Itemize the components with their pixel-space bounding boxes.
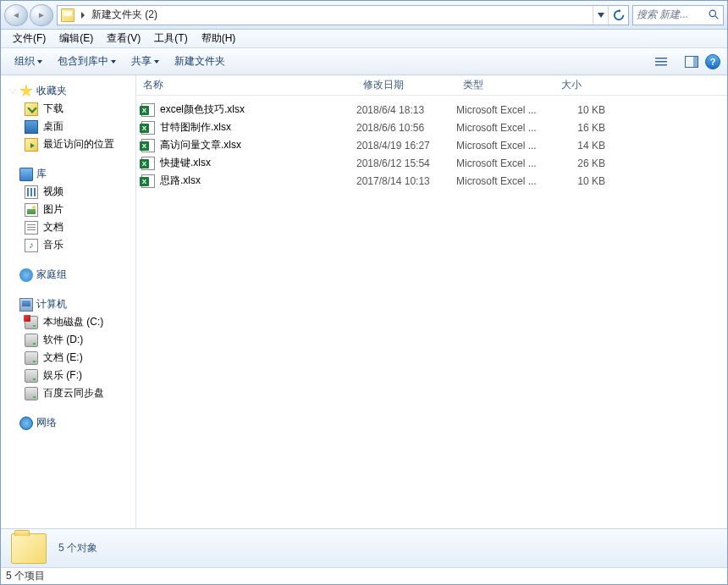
share-button[interactable]: 共享 [124,52,166,71]
file-size-cell: 10 KB [554,104,614,116]
sidebar-item-baidu-cloud[interactable]: 百度云同步盘 [1,384,135,402]
include-in-library-button[interactable]: 包含到库中 [51,52,123,71]
sidebar-item-drive-d[interactable]: 软件 (D:) [1,331,135,349]
file-size-cell: 14 KB [554,140,614,152]
file-row[interactable]: 甘特图制作.xlsx2018/6/6 10:56Microsoft Excel … [136,119,727,136]
sidebar-header-favorites[interactable]: 收藏夹 [1,82,135,100]
file-list-area: 名称 修改日期 类型 大小 excel颜色技巧.xlsx2018/6/4 18:… [136,75,727,528]
excel-file-icon [141,121,155,135]
toolbar: 组织 包含到库中 共享 新建文件夹 ? [1,48,727,75]
file-row[interactable]: 高访问量文章.xlsx2018/4/19 16:27Microsoft Exce… [136,136,727,154]
svg-point-0 [709,10,715,16]
chevron-down-icon [111,60,116,63]
folder-icon [61,8,74,22]
drive-icon [25,351,38,365]
address-bar[interactable]: 新建文件夹 (2) [57,5,629,25]
menu-bar: 文件(F) 编辑(E) 查看(V) 工具(T) 帮助(H) [1,30,727,48]
new-folder-button[interactable]: 新建文件夹 [168,52,232,71]
view-options-button[interactable] [646,52,678,71]
file-name-cell: 高访问量文章.xlsx [136,138,356,152]
help-button[interactable]: ? [705,54,720,69]
chevron-down-icon [154,60,159,63]
file-size-cell: 26 KB [554,157,614,169]
sidebar-header-libraries[interactable]: 库 [1,165,135,183]
organize-button[interactable]: 组织 [8,52,49,71]
drive-icon [25,316,38,329]
file-date-cell: 2018/6/12 15:54 [356,157,456,169]
desktop-icon [25,120,38,134]
menu-tools[interactable]: 工具(T) [147,30,194,47]
status-bar: 5 个项目 [1,567,727,584]
sidebar-item-documents[interactable]: 文档 [1,218,135,236]
menu-file[interactable]: 文件(F) [6,30,52,47]
file-row[interactable]: 快捷键.xlsx2018/6/12 15:54Microsoft Excel .… [136,154,727,172]
file-name-cell: 甘特图制作.xlsx [136,120,356,135]
file-row[interactable]: excel颜色技巧.xlsx2018/6/4 18:13Microsoft Ex… [136,101,727,119]
file-size-cell: 10 KB [554,175,614,187]
file-name: 思路.xlsx [160,174,201,188]
documents-icon [25,221,38,235]
breadcrumb-current[interactable]: 新建文件夹 (2) [88,8,593,22]
file-name-cell: 思路.xlsx [136,174,356,188]
search-placeholder: 搜索 新建... [633,8,704,22]
sidebar-header-homegroup[interactable]: 家庭组 [1,266,135,284]
sidebar-item-videos[interactable]: 视频 [1,183,135,201]
file-name: 高访问量文章.xlsx [160,138,241,152]
file-date-cell: 2018/6/6 10:56 [356,122,456,134]
computer-icon [19,298,33,312]
file-date-cell: 2018/4/19 16:27 [356,140,456,152]
sidebar-item-pictures[interactable]: 图片 [1,201,135,218]
file-type-cell: Microsoft Excel ... [456,140,554,152]
back-button[interactable]: ◄ [4,4,28,26]
svg-rect-6 [693,57,698,67]
column-header-name[interactable]: 名称 [136,75,356,95]
file-name: 甘特图制作.xlsx [160,120,231,135]
network-icon [19,417,33,430]
column-header-type[interactable]: 类型 [456,75,554,95]
chevron-down-icon [9,89,16,93]
file-name-cell: excel颜色技巧.xlsx [136,102,356,117]
forward-button[interactable]: ► [30,4,53,26]
file-type-cell: Microsoft Excel ... [456,157,554,169]
search-icon[interactable] [704,9,723,20]
excel-file-icon [141,139,155,152]
excel-file-icon [141,103,155,117]
svg-rect-3 [655,61,667,63]
column-header-size[interactable]: 大小 [554,75,614,95]
menu-view[interactable]: 查看(V) [100,30,147,47]
search-box[interactable]: 搜索 新建... [632,5,724,25]
homegroup-icon [19,268,33,282]
sidebar-item-music[interactable]: ♪音乐 [1,236,135,254]
sidebar-item-downloads[interactable]: 下载 [1,100,135,118]
sidebar-header-network[interactable]: 网络 [1,414,135,432]
music-icon: ♪ [25,239,38,252]
status-item-count: 5 个项目 [6,569,45,583]
sidebar-item-drive-c[interactable]: 本地磁盘 (C:) [1,313,135,331]
preview-pane-button[interactable] [683,53,700,70]
column-headers: 名称 修改日期 类型 大小 [136,75,727,96]
downloads-icon [25,102,38,116]
file-rows: excel颜色技巧.xlsx2018/6/4 18:13Microsoft Ex… [136,96,727,528]
menu-edit[interactable]: 编辑(E) [52,30,100,47]
sidebar-item-recent[interactable]: 最近访问的位置 [1,135,135,153]
star-icon [19,85,33,98]
file-date-cell: 2018/6/4 18:13 [356,104,456,116]
sidebar-item-drive-e[interactable]: 文档 (E:) [1,349,135,367]
file-name: 快捷键.xlsx [160,156,211,170]
sidebar-item-desktop[interactable]: 桌面 [1,118,135,135]
sidebar-item-drive-f[interactable]: 娱乐 (F:) [1,367,135,384]
refresh-button[interactable] [608,6,628,25]
file-size-cell: 16 KB [554,122,614,134]
column-header-modified[interactable]: 修改日期 [356,75,456,95]
file-row[interactable]: 思路.xlsx2017/8/14 10:13Microsoft Excel ..… [136,172,727,190]
menu-help[interactable]: 帮助(H) [195,30,243,47]
body-area: 收藏夹 下载 桌面 最近访问的位置 库 视频 图片 文档 ♪音乐 家庭组 计算机… [1,75,727,528]
address-history-dropdown[interactable] [593,6,608,25]
sidebar-header-computer[interactable]: 计算机 [1,295,135,313]
chevron-down-icon [37,60,42,63]
library-icon [19,168,33,181]
file-type-cell: Microsoft Excel ... [456,175,554,187]
file-type-cell: Microsoft Excel ... [456,104,554,116]
svg-line-1 [715,16,718,19]
file-name: excel颜色技巧.xlsx [160,102,245,117]
